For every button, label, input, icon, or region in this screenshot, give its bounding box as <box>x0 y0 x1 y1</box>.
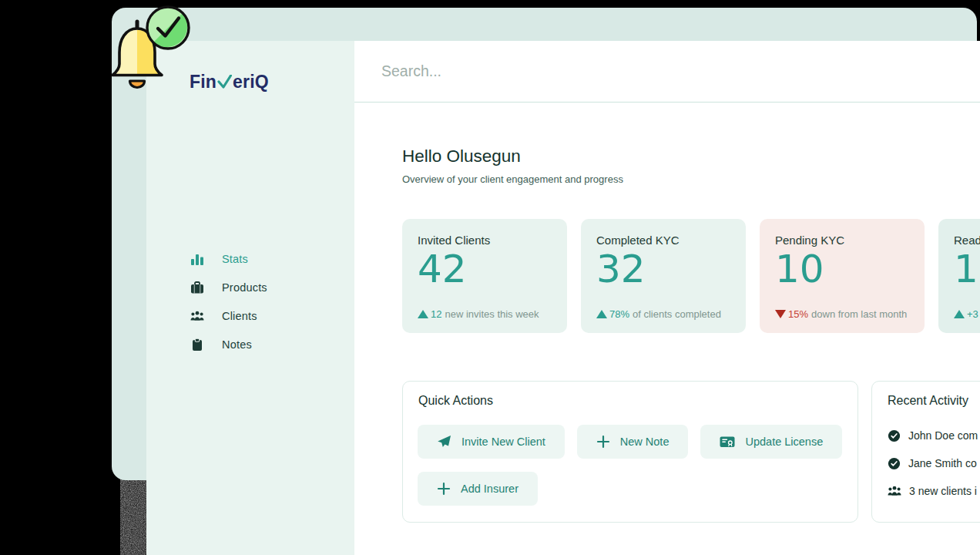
delta-text: of clients completed <box>633 308 721 320</box>
stat-card-delta: 15% down from last month <box>775 308 909 320</box>
activity-item: John Doe com <box>888 422 978 449</box>
button-label: Add Insurer <box>461 483 519 495</box>
delta-value: 15% <box>788 308 808 320</box>
page-title: Hello Olusegun <box>402 146 521 166</box>
search-input[interactable] <box>381 62 921 80</box>
page-subtitle: Overview of your client engagement and p… <box>402 173 623 185</box>
stat-card-delta: 78% of clients completed <box>596 308 730 320</box>
delta-value: +3 <box>967 308 978 320</box>
recent-activity-list: John Doe com Jane Smith co 3 new <box>888 422 978 505</box>
clipboard-icon <box>190 338 204 352</box>
sidebar-item-notes[interactable]: Notes <box>146 330 354 358</box>
delta-value: 12 <box>431 308 441 320</box>
briefcase-icon <box>190 281 204 294</box>
quick-actions-row-1: Invite New Client New Note Update Licens… <box>418 425 842 459</box>
stat-card-value: 32 <box>596 248 730 290</box>
delta-text: new invites this week <box>445 308 539 320</box>
stat-card-value: 10 <box>775 248 909 290</box>
sidebar-item-stats[interactable]: Stats <box>146 244 354 273</box>
quick-actions-panel: Quick Actions Invite New Client New Note <box>402 381 858 523</box>
quick-actions-title: Quick Actions <box>418 394 493 408</box>
stat-card-delta: 12 new invites this week <box>418 308 552 320</box>
recent-activity-panel: Recent Activity John Doe com Jane Smith … <box>871 381 980 523</box>
sidebar-item-label: Clients <box>222 310 257 322</box>
check-badge-icon <box>888 457 901 470</box>
page: { "app": { "name_prefix": "Fin", "name_s… <box>0 0 980 555</box>
add-insurer-button[interactable]: Add Insurer <box>418 472 538 506</box>
plus-icon <box>437 482 451 496</box>
people-icon <box>888 484 901 498</box>
trend-down-icon <box>775 310 786 318</box>
sidebar-item-clients[interactable]: Clients <box>146 301 354 330</box>
activity-text: Jane Smith co <box>908 457 977 469</box>
sidebar-item-products[interactable]: Products <box>146 273 354 301</box>
success-check-icon <box>143 3 193 52</box>
delta-text: down from last month <box>811 308 907 320</box>
stat-card-title: Completed KYC <box>596 234 730 247</box>
update-license-button[interactable]: Update License <box>700 425 842 459</box>
stat-card-value: 12 <box>954 248 980 290</box>
delta-value: 78% <box>609 308 629 320</box>
sidebar-item-label: Products <box>222 281 267 294</box>
activity-item: 3 new clients i <box>888 477 978 505</box>
logo-check-icon <box>217 75 232 89</box>
logo-text-suffix: eriQ <box>233 72 269 92</box>
trend-up-icon <box>954 310 965 318</box>
stat-cards-row: Invited Clients 42 12 new invites this w… <box>402 219 980 333</box>
activity-text: John Doe com <box>908 429 978 442</box>
bar-chart-icon <box>190 252 204 266</box>
activity-text: 3 new clients i <box>909 485 977 497</box>
sidebar-item-label: Notes <box>222 338 252 351</box>
stat-card-title: Invited Clients <box>418 234 552 247</box>
stat-card-title: Pending KYC <box>775 234 909 247</box>
plus-icon <box>596 435 610 449</box>
logo-text-prefix: Fin <box>190 72 216 92</box>
top-bar <box>354 41 980 103</box>
trend-up-icon <box>418 310 428 318</box>
send-icon <box>437 435 451 449</box>
app-logo: Fin eriQ <box>190 72 269 92</box>
sidebar: Fin eriQ Stats <box>146 41 354 555</box>
trend-up-icon <box>596 310 607 318</box>
activity-item: Jane Smith co <box>888 449 978 477</box>
license-icon <box>720 435 735 449</box>
stat-card-title: Ready <box>954 234 980 247</box>
sidebar-nav: Stats Products <box>146 244 354 358</box>
button-label: New Note <box>620 436 670 448</box>
button-label: Invite New Client <box>461 436 545 448</box>
quick-actions-row-2: Add Insurer <box>418 472 538 506</box>
invite-new-client-button[interactable]: Invite New Client <box>418 425 565 459</box>
stat-card-completed-kyc: Completed KYC 32 78% of clients complete… <box>581 219 746 333</box>
sidebar-item-label: Stats <box>222 253 248 265</box>
people-icon <box>190 309 204 323</box>
check-badge-icon <box>888 429 901 442</box>
stat-card-pending-kyc: Pending KYC 10 15% down from last month <box>760 219 925 333</box>
stat-card-ready: Ready 12 +3 <box>938 219 980 333</box>
app-window: Fin eriQ Stats <box>146 41 980 555</box>
stat-card-invited-clients: Invited Clients 42 12 new invites this w… <box>402 219 567 333</box>
button-label: Update License <box>745 436 823 448</box>
new-note-button[interactable]: New Note <box>577 425 689 459</box>
recent-activity-title: Recent Activity <box>888 394 968 408</box>
stat-card-delta: +3 <box>954 308 980 320</box>
stat-card-value: 42 <box>418 248 552 290</box>
